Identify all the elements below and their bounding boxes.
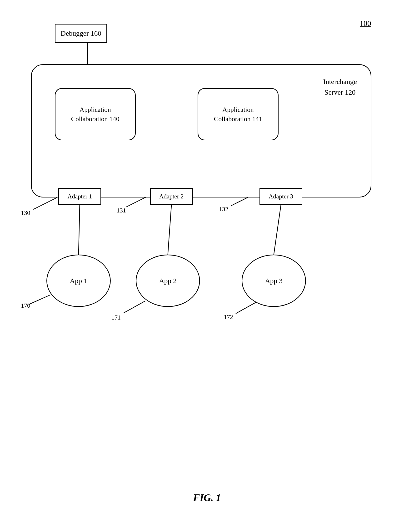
adapter-3-box: Adapter 3: [260, 188, 302, 205]
ref-132-label: 132: [219, 206, 228, 213]
ref-172-label: 172: [224, 314, 233, 321]
app2-ellipse: App 2: [136, 255, 200, 307]
adapter-1-box: Adapter 1: [58, 188, 101, 205]
svg-line-1: [78, 205, 80, 255]
app3-ellipse: App 3: [242, 255, 306, 307]
app3-label: App 3: [265, 277, 283, 285]
collab-141-label: Application Collaboration 141: [214, 105, 262, 124]
adapter-2-box: Adapter 2: [150, 188, 193, 205]
adapter-1-label: Adapter 1: [67, 193, 92, 200]
collab-140-label: Application Collaboration 140: [71, 105, 119, 124]
svg-line-4: [33, 198, 57, 209]
collab-141-box: Application Collaboration 141: [198, 88, 279, 140]
svg-line-3: [274, 205, 281, 255]
svg-line-9: [236, 302, 257, 314]
ref-131-label: 131: [117, 207, 126, 214]
ref-171-label: 171: [111, 314, 121, 321]
collab-140-box: Application Collaboration 140: [55, 88, 136, 140]
adapter-3-label: Adapter 3: [269, 193, 293, 200]
debugger-label: Debugger 160: [61, 29, 101, 37]
ref-170-label: 170: [21, 302, 30, 309]
ref-130-label: 130: [21, 209, 30, 217]
svg-line-8: [124, 301, 145, 313]
adapter-2-label: Adapter 2: [159, 193, 183, 200]
svg-line-2: [168, 205, 171, 255]
ref-100-label: 100: [360, 19, 371, 28]
app1-ellipse: App 1: [47, 255, 111, 307]
interchange-label: Interchange Server 120: [323, 76, 357, 97]
figure-label: FIG. 1: [193, 492, 221, 504]
svg-line-7: [29, 295, 50, 304]
app2-label: App 2: [159, 277, 177, 285]
app1-label: App 1: [70, 277, 87, 285]
debugger-box: Debugger 160: [55, 24, 107, 43]
